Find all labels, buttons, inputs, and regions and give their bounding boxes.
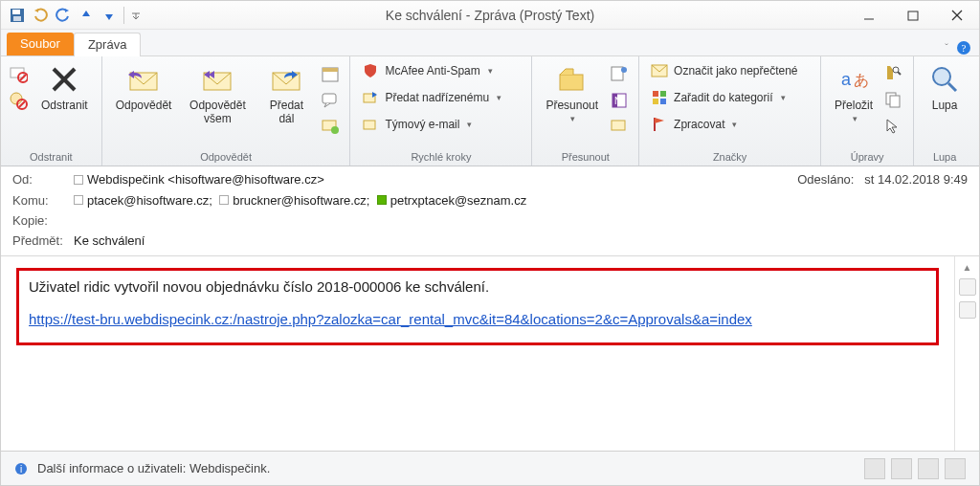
group-delete: Odstranit Odstranit — [1, 56, 102, 166]
rules-icon[interactable] — [610, 64, 631, 85]
more-respond-icon[interactable] — [321, 118, 342, 139]
group-move-label: Přesunout — [540, 149, 631, 164]
message-body-wrap: Uživatel ridic vytvořil novou objednávku… — [1, 256, 979, 451]
subject-value: Ke schválení — [74, 233, 968, 248]
scroll-up-icon[interactable]: ▲ — [963, 262, 972, 273]
svg-point-12 — [11, 93, 22, 104]
contact-photo[interactable] — [945, 458, 966, 479]
group-move: Přesunout ▾ N Přesunout — [532, 56, 639, 166]
approval-link[interactable]: https://test-bru.webdispecink.cz:/nastro… — [29, 311, 752, 327]
svg-rect-1 — [12, 10, 20, 14]
help-icon[interactable]: ? — [956, 40, 971, 55]
save-icon[interactable] — [9, 7, 26, 24]
presence-icon — [74, 195, 83, 205]
forward-button[interactable]: Předat dál — [257, 60, 315, 127]
move-icon — [555, 62, 590, 97]
group-zoom-label: Lupa — [922, 149, 968, 164]
reading-pane-tools: ▲ — [954, 256, 979, 451]
ribbon-minimize-icon[interactable]: ˇ — [945, 42, 948, 54]
reply-all-label: Odpovědět všem — [189, 99, 246, 125]
quick-antispam[interactable]: McAfee Anti-Spam▾ — [358, 60, 523, 81]
actions-icon[interactable] — [610, 118, 631, 139]
hand-icon[interactable] — [959, 301, 976, 319]
reply-all-icon — [200, 62, 234, 97]
group-tags: Označit jako nepřečtené Zařadit do kateg… — [639, 56, 821, 166]
minimize-button[interactable] — [847, 1, 891, 30]
delete-button[interactable]: Odstranit — [35, 60, 94, 114]
followup-button[interactable]: Zpracovat▾ — [647, 114, 813, 135]
quick-team[interactable]: Týmový e-mail▾ — [358, 114, 523, 135]
previous-item-icon[interactable] — [78, 7, 95, 24]
cc-label: Kopie: — [12, 213, 74, 228]
find-icon[interactable] — [884, 64, 905, 85]
qat-customize-icon[interactable] — [123, 7, 141, 24]
people-pane: i Další informace o uživateli: Webdispeč… — [1, 451, 979, 485]
highlight-box: Uživatel ridic vytvořil novou objednávku… — [16, 268, 939, 345]
svg-point-24 — [331, 126, 339, 134]
svg-rect-27 — [560, 75, 583, 90]
junk-icon[interactable] — [9, 91, 30, 112]
info-icon: i — [14, 462, 28, 475]
svg-text:i: i — [20, 464, 22, 475]
shield-icon — [362, 62, 379, 79]
svg-point-29 — [621, 67, 627, 73]
svg-rect-37 — [653, 99, 658, 104]
related-icon[interactable] — [884, 91, 905, 112]
select-icon[interactable] — [884, 118, 905, 139]
im-reply-icon[interactable] — [321, 91, 342, 112]
subject-label: Předmět: — [12, 233, 74, 248]
to-values: ptacek@hisoftware.cz; bruckner@hisoftwar… — [74, 193, 968, 209]
quick-access-toolbar — [1, 7, 141, 24]
svg-line-46 — [948, 83, 956, 91]
people-pane-icon[interactable] — [959, 278, 976, 296]
people-photos — [864, 458, 966, 479]
group-delete-label: Odstranit — [9, 149, 94, 164]
ribbon: Odstranit Odstranit Odpovědět Odpovědět … — [1, 56, 979, 166]
message-body[interactable]: Uživatel ridic vytvořil novou objednávku… — [1, 256, 954, 451]
sent-area: Odesláno: st 14.02.2018 9:49 — [776, 172, 968, 188]
close-button[interactable] — [935, 1, 979, 30]
group-editing-label: Úpravy — [829, 149, 905, 164]
maximize-button[interactable] — [891, 1, 935, 30]
contact-photo[interactable] — [918, 458, 939, 479]
mark-unread-button[interactable]: Označit jako nepřečtené — [647, 60, 813, 81]
tab-file[interactable]: Soubor — [7, 33, 74, 55]
group-respond-label: Odpovědět — [110, 149, 343, 164]
window-controls — [847, 1, 979, 30]
onenote-icon[interactable]: N — [610, 91, 631, 112]
to-label: Komu: — [12, 193, 74, 209]
contact-photo[interactable] — [864, 458, 885, 479]
forward-label: Předat dál — [263, 99, 309, 125]
svg-text:あ: あ — [854, 72, 869, 88]
body-text: Uživatel ridic vytvořil novou objednávku… — [29, 278, 926, 295]
forward-icon — [269, 62, 303, 97]
status-text: Další informace o uživateli: Webdispečin… — [37, 461, 270, 475]
svg-rect-35 — [653, 91, 658, 97]
reply-all-button[interactable]: Odpovědět všem — [183, 60, 252, 127]
reply-button[interactable]: Odpovědět — [110, 60, 178, 114]
team-mail-icon — [362, 116, 379, 133]
group-respond: Odpovědět Odpovědět všem Předat dál Odpo… — [102, 56, 351, 166]
sent-label: Odesláno: — [797, 172, 854, 187]
undo-icon[interactable] — [32, 7, 49, 24]
redo-icon[interactable] — [55, 7, 72, 24]
contact-photo[interactable] — [891, 458, 912, 479]
ignore-icon[interactable] — [9, 64, 30, 85]
window-title: Ke schválení - Zpráva (Prostý Text) — [386, 8, 594, 23]
titlebar: Ke schválení - Zpráva (Prostý Text) — [1, 1, 979, 30]
translate-button[interactable]: aあ Přeložit▾ — [829, 60, 879, 125]
presence-online-icon — [377, 195, 387, 205]
ribbon-tabs: Soubor Zpráva ˇ ? — [1, 30, 979, 56]
svg-text:N: N — [614, 96, 621, 106]
from-value: Webdispečink <hisoftware@hisoftware.cz> — [74, 172, 776, 188]
next-item-icon[interactable] — [100, 7, 118, 24]
meeting-icon[interactable] — [321, 64, 342, 85]
svg-rect-21 — [323, 68, 338, 72]
quick-supervisor[interactable]: Předat nadřízenému▾ — [358, 87, 523, 108]
zoom-button[interactable]: Lupa — [922, 60, 968, 114]
zoom-icon — [927, 62, 962, 97]
move-button[interactable]: Přesunout ▾ — [540, 60, 604, 125]
svg-rect-44 — [890, 96, 900, 107]
categorize-button[interactable]: Zařadit do kategorií▾ — [647, 87, 813, 108]
tab-message[interactable]: Zpráva — [74, 33, 141, 56]
